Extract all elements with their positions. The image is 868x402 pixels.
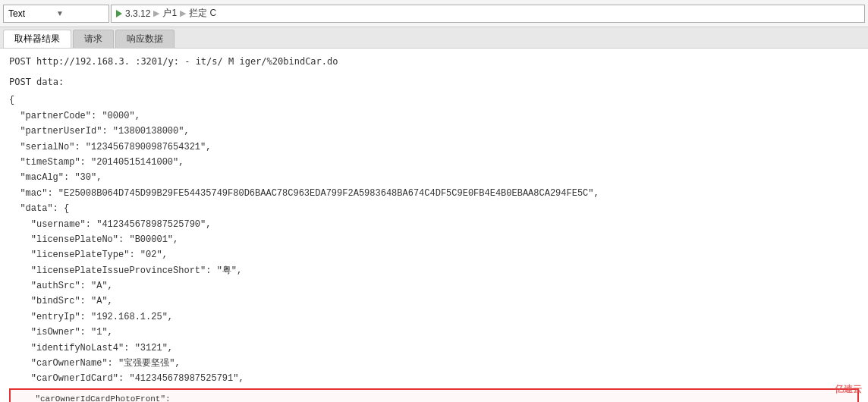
json-line: "licensePlateIssueProvinceShort": "粤",: [9, 263, 859, 278]
json-line: "identifyNoLast4": "3121",: [9, 341, 859, 356]
watermark: 亿速云: [835, 383, 862, 396]
json-body: { "partnerCode": "0000", "partnerUserId"…: [9, 93, 859, 386]
breadcrumb-sep-1: ▶: [153, 8, 159, 18]
post-data-label: POST data:: [9, 75, 859, 90]
tab-sampler-result[interactable]: 取样器结果: [3, 30, 71, 48]
json-line: "carOwnerName": "宝强要坚强",: [9, 356, 859, 371]
highlight-box: "carOwnerIdCardPhotoFront":"iVBORw0KGgoA…: [9, 388, 859, 402]
url-line: POST http://192.168.3. :3201/y: - it/s/ …: [9, 55, 859, 69]
json-line: "serialNo": "12345678900987654321",: [9, 140, 859, 155]
json-line: "mac": "E25008B064D745D99B29FE54435749F8…: [9, 186, 859, 201]
breadcrumb-action: 拦定 C: [189, 7, 216, 20]
tab-response-data[interactable]: 响应数据: [115, 30, 175, 48]
tab-request[interactable]: 请求: [73, 30, 114, 48]
breadcrumb-user: 户1: [162, 7, 177, 20]
breadcrumb-area: 3.3.12 ▶ 户1 ▶ 拦定 C: [111, 5, 865, 23]
top-toolbar: Text ▼ 3.3.12 ▶ 户1 ▶ 拦定 C: [0, 0, 868, 27]
json-line: "carOwnerIdCard": "412345678987525791",: [9, 371, 859, 386]
json-line: "timeStamp": "20140515141000",: [9, 155, 859, 170]
json-line: "data": {: [9, 201, 859, 216]
right-content: 取样器结果 请求 响应数据 POST http://192.168.3. :32…: [0, 27, 868, 402]
json-line: "licensePlateType": "02",: [9, 247, 859, 262]
content-body[interactable]: POST http://192.168.3. :3201/y: - it/s/ …: [0, 49, 868, 402]
json-line: "username": "412345678987525790",: [9, 217, 859, 232]
breadcrumb-sep-2: ▶: [180, 8, 186, 18]
json-line: "macAlg": "30",: [9, 170, 859, 185]
highlight-key: "carOwnerIdCardPhotoFront":: [15, 393, 853, 402]
json-line: "partnerUserId": "13800138000",: [9, 124, 859, 139]
text-dropdown-label: Text: [8, 8, 56, 19]
app-container: Text ▼ 3.3.12 ▶ 户1 ▶ 拦定 C 取样器结果 请求: [0, 0, 868, 402]
json-line: "licensePlateNo": "B00001",: [9, 232, 859, 247]
tab-bar: 取样器结果 请求 响应数据: [0, 27, 868, 49]
main-area: 取样器结果 请求 响应数据 POST http://192.168.3. :32…: [0, 27, 868, 402]
json-line: "authSrc": "A",: [9, 278, 859, 294]
json-line: {: [9, 93, 859, 108]
text-dropdown[interactable]: Text ▼: [3, 5, 109, 23]
green-triangle-icon: [116, 10, 122, 17]
breadcrumb-version: 3.3.12: [125, 8, 150, 19]
json-line: "bindSrc": "A",: [9, 294, 859, 309]
json-line: "entryIp": "192.168.1.25",: [9, 309, 859, 325]
json-line: "partnerCode": "0000",: [9, 108, 859, 124]
dropdown-arrow-icon: ▼: [56, 9, 104, 17]
json-line: "isOwner": "1",: [9, 325, 859, 340]
